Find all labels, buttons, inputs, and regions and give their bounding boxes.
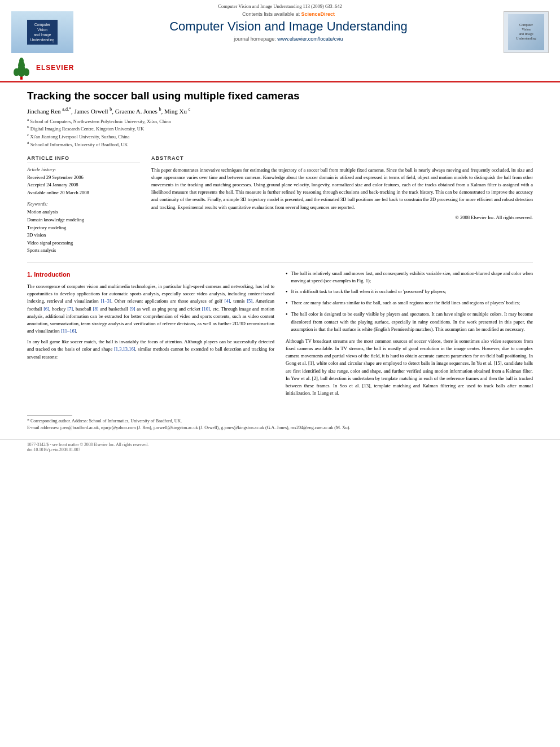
reason-4: The ball color is designed to be easily … [286, 311, 533, 333]
authors: Jinchang Ren a,d,*, James Orwell b, Grae… [27, 108, 533, 115]
email-note: E-mail addresses: j.ren@bradford.ac.uk, … [27, 425, 533, 431]
reason-1: The ball is relatively small and moves f… [286, 270, 533, 285]
journal-meta: Computer Vision and Image Understanding … [11, 3, 549, 11]
keyword-3: Trajectory modeling [27, 224, 140, 232]
article-info-panel: ARTICLE INFO Article history: Received 2… [27, 155, 140, 255]
ref-1-3-13-16: [1,3,13,16] [114, 346, 135, 352]
journal-logo-text: ComputerVisionand ImageUnderstanding [27, 20, 58, 45]
ref-9: [9] [130, 306, 135, 312]
intro-para-2: In any ball game like soccer match, the … [27, 338, 274, 361]
article-info-abstract-section: ARTICLE INFO Article history: Received 2… [27, 155, 533, 255]
keywords-list: Motion analysis Domain knowledge modelin… [27, 208, 140, 255]
elsevier-logo-area: ELSEVIER [11, 53, 549, 81]
svg-point-4 [14, 68, 19, 76]
history-label: Article history: [27, 167, 140, 172]
ref-11-16: [11–16] [61, 328, 76, 334]
content-area: Tracking the soccer ball using multiple … [0, 82, 560, 412]
received-date: Received 29 September 2006 [27, 174, 140, 182]
abstract-label: ABSTRACT [151, 155, 533, 163]
section-divider [27, 263, 533, 263]
star-note: * Corresponding author. Address: School … [27, 418, 533, 425]
page-wrapper: Computer Vision and Image Understanding … [0, 0, 560, 747]
ref-10: [10] [202, 306, 210, 312]
ref-1-3: [1–3] [101, 298, 111, 304]
affiliation-a: a School of Computers, Northwestern Poly… [27, 118, 533, 125]
svg-point-3 [19, 58, 24, 64]
abstract-text: This paper demonstrates innovative techn… [151, 167, 533, 211]
elsevier-tree-icon [11, 55, 32, 80]
affiliations: a School of Computers, Northwestern Poly… [27, 118, 533, 148]
banner-center: Contents lists available at ScienceDirec… [73, 11, 504, 53]
svg-point-5 [24, 68, 29, 76]
ref-6: [6] [43, 306, 49, 312]
ref-5: [5] [247, 298, 252, 304]
abstract-panel: ABSTRACT This paper demonstrates innovat… [151, 155, 533, 255]
journal-banner: ComputerVisionand ImageUnderstanding Con… [11, 11, 549, 53]
homepage-text: journal homepage: www.elsevier.com/locat… [82, 36, 495, 42]
footnotes-section: * Corresponding author. Address: School … [0, 415, 560, 435]
keywords-label: Keywords: [27, 201, 140, 207]
section1-heading: 1. Introduction [27, 270, 274, 279]
homepage-url[interactable]: www.elsevier.com/locate/cviu [277, 36, 343, 42]
intro-para-1: The convergence of computer vision and m… [27, 283, 274, 335]
reason-2: It is a difficult task to track the ball… [286, 288, 533, 296]
ref-4: [4] [225, 298, 230, 304]
available-date: Available online 20 March 2008 [27, 189, 140, 197]
ref-7: [7] [67, 306, 73, 312]
reason-3: There are many false alarms similar to t… [286, 299, 533, 307]
contents-available-text: Contents lists available at ScienceDirec… [82, 11, 495, 17]
keyword-1: Motion analysis [27, 208, 140, 216]
keyword-4: 3D vision [27, 231, 140, 239]
col2-para-2: Although TV broadcast streams are the mo… [286, 338, 533, 397]
banner-logo-left: ComputerVisionand ImageUnderstanding [11, 11, 73, 53]
affiliation-d: d School of Informatics, University of B… [27, 141, 533, 148]
elsevier-wordmark: ELSEVIER [36, 64, 74, 72]
article-title: Tracking the soccer ball using multiple … [27, 89, 533, 103]
accepted-date: Accepted 24 January 2008 [27, 181, 140, 189]
body-col-left: 1. Introduction The convergence of compu… [27, 270, 274, 400]
affiliation-b: b Digital Imaging Research Centre, Kings… [27, 125, 533, 133]
body-section: 1. Introduction The convergence of compu… [27, 270, 533, 400]
abstract-copyright: © 2008 Elsevier Inc. All rights reserved… [151, 215, 533, 220]
body-col-right: The ball is relatively small and moves f… [286, 270, 533, 400]
sciencedirect-link[interactable]: ScienceDirect [301, 11, 335, 17]
issn-line: 1077-3142/$ - see front matter © 2008 El… [27, 442, 533, 447]
journal-title: Computer Vision and Image Understanding [82, 19, 495, 34]
ref-8: [8] [93, 306, 99, 312]
keyword-6: Sports analysis [27, 247, 140, 255]
journal-cover-image: ComputerVisionand ImageUnderstanding [504, 11, 549, 53]
footnote-divider [27, 415, 72, 416]
article-dates: Received 29 September 2006 Accepted 24 J… [27, 174, 140, 197]
doi-line: doi:10.1016/j.cviu.2008.01.007 [27, 447, 533, 452]
elsevier-logo: ELSEVIER [11, 55, 74, 80]
email-addresses: j.ren@bradford.ac.uk, njurjc@yahoo.com (… [60, 425, 351, 430]
page-footer: 1077-3142/$ - see front matter © 2008 El… [0, 439, 560, 457]
keyword-2: Domain knowledge modeling [27, 216, 140, 224]
affiliation-c: c Xi'an Jiantong Liverpool University, S… [27, 133, 533, 141]
keyword-5: Video signal processing [27, 239, 140, 247]
journal-header: Computer Vision and Image Understanding … [0, 0, 560, 82]
reasons-list: The ball is relatively small and moves f… [286, 270, 533, 333]
cover-thumbnail: ComputerVisionand ImageUnderstanding [508, 14, 544, 50]
article-info-label: ARTICLE INFO [27, 155, 140, 163]
